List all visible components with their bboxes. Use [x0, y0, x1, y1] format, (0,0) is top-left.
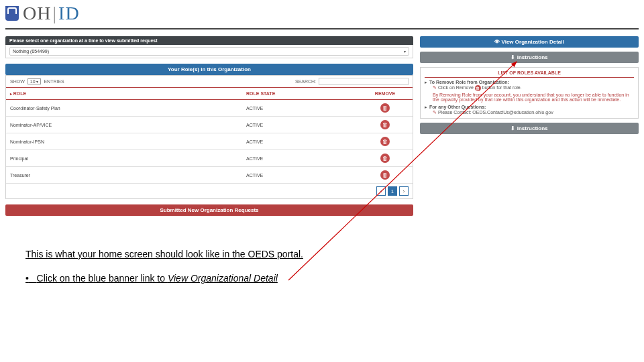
portal-screenshot: Please select one organization at a time…	[0, 36, 644, 216]
trash-icon[interactable]: 🗑	[380, 120, 390, 129]
submitted-requests-header: Submitted New Organization Requests	[5, 204, 413, 216]
download-icon: ⬇	[511, 125, 517, 131]
trash-icon[interactable]: 🗑	[380, 154, 390, 163]
instructions-header: ⬇ Instructions	[420, 52, 639, 63]
page-next[interactable]: ›	[399, 186, 409, 196]
org-select[interactable]: Nothing (054499) ▾	[9, 47, 409, 56]
logo-id: ID	[58, 3, 80, 24]
table-row: PrincipalACTIVE🗑	[6, 150, 413, 167]
roles-available-title: LIST OF ROLES AVAILABLE	[425, 70, 634, 78]
ohid-logo: OH | ID	[0, 0, 644, 27]
instructions-header-2: ⬇ Instructions	[420, 123, 639, 134]
annotation-text: This is what your home screen should loo…	[25, 247, 303, 286]
download-icon: ⬇	[511, 54, 517, 60]
trash-icon[interactable]: 🗑	[380, 137, 390, 146]
entries-control: SHOW 10 ▾ ENTRIES	[10, 78, 64, 84]
lock-shield-icon	[5, 6, 19, 21]
org-selected-value: Nothing (054499)	[13, 49, 49, 54]
pagination: ‹ 1 ›	[6, 184, 413, 198]
roles-table: SHOW 10 ▾ ENTRIES SEARCH: ▸ ROLE ROLE ST…	[5, 75, 413, 199]
table-row: Nominator-AP/VICEACTIVE🗑	[6, 117, 413, 133]
page-current[interactable]: 1	[388, 186, 397, 196]
trash-icon[interactable]: 🗑	[380, 103, 390, 113]
trash-icon: 🗑	[475, 85, 481, 91]
trash-icon[interactable]: 🗑	[380, 170, 390, 180]
select-org-prompt: Please select one organization at a time…	[5, 36, 413, 45]
table-header: ▸ ROLE ROLE STATE REMOVE	[6, 87, 413, 100]
view-org-detail-button[interactable]: 👁 View Organization Detail	[420, 36, 639, 48]
header-rule	[5, 28, 639, 29]
logo-divider: |	[52, 3, 57, 24]
logo-oh: OH	[23, 3, 51, 24]
chevron-down-icon: ▾	[404, 49, 406, 54]
table-row: Coordinator-Safety PlanACTIVE🗑	[6, 100, 413, 117]
annotation-line2: • Click on the blue banner link to View …	[25, 271, 303, 286]
search-input[interactable]	[319, 78, 409, 85]
annotation-line1: This is what your home screen should loo…	[25, 247, 303, 261]
org-select-row: Nothing (054499) ▾	[5, 45, 413, 58]
instructions-panel: LIST OF ROLES AVAILABLE ▸To Remove Role …	[420, 67, 639, 119]
page-prev[interactable]: ‹	[376, 186, 386, 196]
search-control: SEARCH:	[295, 78, 409, 85]
roles-header: Your Role(s) in this Organization	[5, 64, 413, 75]
table-row: TreasurerACTIVE🗑	[6, 167, 413, 184]
entries-select[interactable]: 10 ▾	[28, 78, 42, 84]
table-row: Nominator-IPSNACTIVE🗑	[6, 133, 413, 150]
eye-icon: 👁	[494, 39, 501, 45]
